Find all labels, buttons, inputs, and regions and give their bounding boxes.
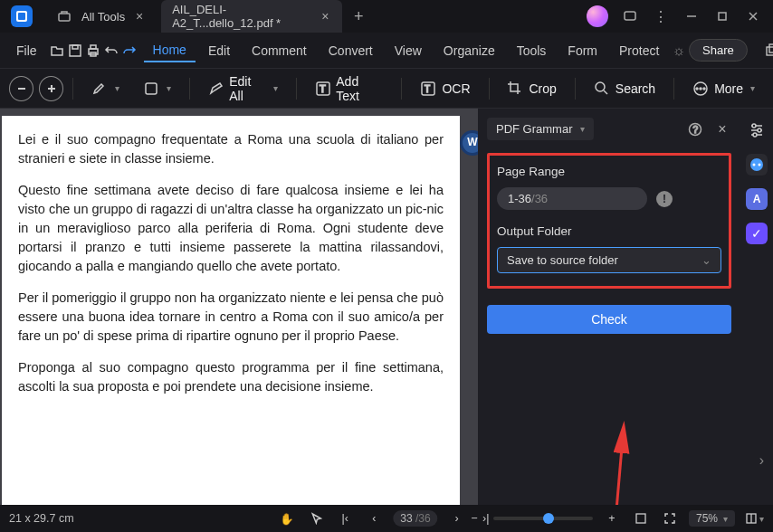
- svg-point-28: [703, 88, 705, 90]
- zoom-slider[interactable]: [493, 517, 593, 520]
- edit-all-button[interactable]: Edit All▾: [199, 70, 287, 108]
- zoom-dropdown[interactable]: 75%▾: [689, 510, 735, 527]
- check-button[interactable]: Check: [487, 305, 731, 334]
- select-tool-icon[interactable]: [306, 508, 326, 528]
- svg-rect-42: [636, 514, 645, 523]
- menu-organize[interactable]: Organize: [434, 40, 504, 62]
- next-page-icon[interactable]: ›: [447, 508, 467, 528]
- panel-header: PDF Grammar Che ▾ ? ×: [487, 118, 731, 140]
- menu-edit[interactable]: Edit: [199, 40, 239, 62]
- chevron-down-icon: ⌄: [701, 253, 711, 267]
- shape-tool[interactable]: ▾: [134, 76, 180, 101]
- svg-line-24: [604, 90, 607, 94]
- maximize-icon[interactable]: [713, 7, 731, 25]
- main-area: Lei e il suo compagno frequentate a Roma…: [0, 109, 773, 505]
- redo-icon[interactable]: [122, 41, 137, 61]
- page-number-input[interactable]: 33 /36: [393, 510, 437, 527]
- menu-home[interactable]: Home: [144, 39, 196, 62]
- zoom-in-button[interactable]: [39, 76, 63, 101]
- close-window-icon[interactable]: [744, 7, 762, 25]
- svg-rect-14: [769, 44, 773, 52]
- save-icon[interactable]: [68, 41, 82, 61]
- view-mode-icon[interactable]: ▾: [744, 508, 764, 528]
- help-icon[interactable]: ?: [686, 120, 704, 138]
- menu-tools[interactable]: Tools: [508, 40, 556, 62]
- add-text-label: Add Text: [336, 74, 383, 103]
- fit-page-icon[interactable]: [631, 508, 651, 528]
- right-rail: A ✓: [740, 109, 773, 505]
- open-icon[interactable]: [50, 41, 64, 61]
- svg-rect-1: [18, 13, 25, 20]
- menu-comment[interactable]: Comment: [243, 40, 316, 62]
- more-button[interactable]: More▾: [683, 76, 764, 101]
- add-tab-button[interactable]: +: [346, 4, 371, 29]
- side-panel: PDF Grammar Che ▾ ? × Page Range 1-36/36…: [478, 109, 740, 505]
- batch-icon[interactable]: [762, 41, 773, 61]
- chevron-down-icon: ▾: [580, 124, 585, 134]
- close-icon[interactable]: ×: [132, 9, 147, 24]
- panel-title-dropdown[interactable]: PDF Grammar Che ▾: [487, 118, 594, 140]
- close-icon[interactable]: ×: [319, 9, 331, 24]
- tab-all-tools[interactable]: All Tools ×: [43, 0, 157, 33]
- print-icon[interactable]: [86, 41, 100, 61]
- chat-icon[interactable]: [621, 7, 639, 25]
- more-label: More: [714, 81, 743, 96]
- warning-icon[interactable]: !: [656, 191, 673, 207]
- svg-rect-18: [146, 83, 157, 94]
- search-button[interactable]: Search: [585, 76, 664, 101]
- minimize-icon[interactable]: [682, 7, 701, 25]
- crop-label: Crop: [529, 81, 556, 96]
- add-text-button[interactable]: TAdd Text: [306, 70, 392, 108]
- document-viewport[interactable]: Lei e il suo compagno frequentate a Roma…: [0, 109, 478, 505]
- page-range-total: /36: [531, 192, 548, 205]
- svg-rect-3: [625, 12, 635, 20]
- page-range-input[interactable]: 1-36/36: [497, 187, 647, 210]
- tab-document[interactable]: AIL_DELI-A2_T...dello_12.pdf * ×: [161, 0, 342, 33]
- svg-rect-5: [719, 13, 726, 20]
- zoom-out-button[interactable]: [9, 76, 33, 101]
- pdf-page: Lei e il suo compagno frequentate a Roma…: [2, 116, 460, 505]
- translate-icon[interactable]: A: [746, 188, 768, 210]
- output-folder-label: Output Folder: [497, 224, 721, 238]
- svg-rect-11: [91, 45, 96, 49]
- fullscreen-icon[interactable]: [660, 508, 680, 528]
- menu-view[interactable]: View: [386, 40, 431, 62]
- svg-point-23: [596, 82, 605, 91]
- search-label: Search: [616, 81, 655, 96]
- menu-convert[interactable]: Convert: [320, 40, 382, 62]
- check-tool-icon[interactable]: ✓: [746, 223, 768, 244]
- prev-page-icon[interactable]: ‹: [364, 508, 384, 528]
- svg-point-39: [750, 158, 763, 171]
- svg-point-27: [700, 88, 701, 90]
- svg-rect-9: [72, 45, 78, 49]
- page-range-value: 1-36: [508, 192, 531, 205]
- first-page-icon[interactable]: |‹: [335, 508, 355, 528]
- panel-title: PDF Grammar Che: [496, 122, 575, 136]
- highlighter-tool[interactable]: ▾: [82, 76, 129, 101]
- paragraph: Per il pomeriggio il gruppo non ha organ…: [18, 289, 444, 346]
- undo-icon[interactable]: [104, 41, 119, 61]
- svg-point-41: [759, 164, 761, 166]
- lightbulb-icon[interactable]: ☼: [672, 41, 685, 61]
- page-range-label: Page Range: [497, 165, 721, 178]
- zoom-in-icon[interactable]: +: [602, 508, 622, 528]
- crop-button[interactable]: Crop: [498, 76, 565, 101]
- menu-file[interactable]: File: [7, 40, 46, 62]
- kebab-menu-icon[interactable]: ⋮: [652, 7, 670, 25]
- svg-text:T: T: [425, 84, 430, 94]
- ai-chat-icon[interactable]: [746, 154, 768, 176]
- menu-form[interactable]: Form: [558, 40, 606, 62]
- word-export-icon[interactable]: W: [460, 130, 478, 156]
- output-folder-select[interactable]: Save to source folder ⌄: [497, 247, 721, 273]
- ocr-button[interactable]: TOCR: [411, 76, 479, 101]
- toolbox-icon: [54, 6, 74, 26]
- svg-point-38: [753, 133, 757, 137]
- share-button[interactable]: Share: [689, 39, 748, 62]
- menu-protect[interactable]: Protect: [610, 40, 668, 62]
- collapse-panel-icon[interactable]: ›: [759, 452, 764, 469]
- user-avatar[interactable]: [587, 5, 608, 27]
- settings-sliders-icon[interactable]: [746, 119, 768, 141]
- paragraph: Lei e il suo compagno frequentate a Roma…: [18, 130, 444, 168]
- close-panel-icon[interactable]: ×: [713, 120, 731, 138]
- hand-tool-icon[interactable]: ✋: [277, 508, 297, 528]
